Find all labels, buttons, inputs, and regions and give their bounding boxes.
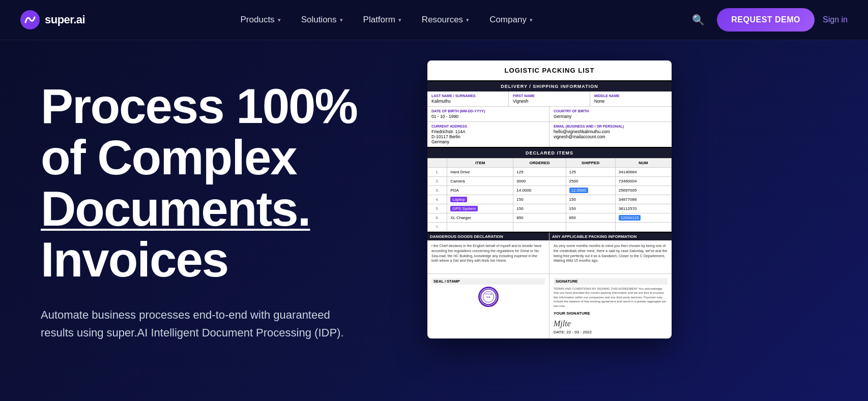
- item-shipped: 125: [566, 168, 615, 177]
- table-row: 7.: [428, 223, 672, 232]
- doc-dangerous-label: DANGEROUS GOODS DECLARATION: [427, 233, 549, 240]
- doc-email-value1: hello@vigneshkalimuthu.com: [554, 129, 668, 134]
- solutions-label: Solutions: [301, 15, 337, 25]
- item-shipped: 850: [566, 213, 615, 223]
- document-preview: LOGISTIC PACKING LIST DELIVERY / SHIPPIN…: [427, 60, 672, 338]
- doc-lastname-field: LAST NAME / SURNAMES Kalimuthu: [427, 91, 509, 106]
- item-num: 3.: [428, 186, 447, 195]
- item-num: 6.: [428, 213, 447, 223]
- doc-bottom-grid: DANGEROUS GOODS DECLARATION I the Chief …: [427, 232, 672, 273]
- seal-stamp: OFFICIAL SEAL: [478, 287, 499, 307]
- doc-dob-label: DATE OF BIRTH (MM-DD-YYYY): [431, 109, 545, 113]
- doc-email-value2: vignesh@mailaccount.com: [554, 134, 668, 139]
- doc-lastname-label: LAST NAME / SURNAMES: [431, 94, 504, 98]
- doc-seal-label: SEAL / STAMP: [431, 278, 545, 285]
- doc-address-row: CURRENT ADDRESS Friedrichstr. 114A D-101…: [427, 122, 672, 148]
- hero-right: LOGISTIC PACKING LIST DELIVERY / SHIPPIN…: [427, 60, 682, 338]
- item-id: 36112570: [615, 204, 671, 213]
- search-button[interactable]: 🔍: [688, 10, 709, 30]
- nav-right: 🔍 REQUEST DEMO Sign in: [688, 8, 848, 32]
- item-ordered: 150: [513, 204, 566, 213]
- doc-country-field: COUNTRY OF BIRTH Germany: [549, 107, 672, 121]
- request-demo-button[interactable]: REQUEST DEMO: [717, 8, 815, 32]
- your-signature-label: YOUR SIGNATURE: [554, 311, 668, 316]
- platform-label: Platform: [363, 15, 395, 25]
- hero-title-line1: Process 100%: [41, 81, 397, 132]
- signin-link[interactable]: Sign in: [823, 15, 848, 24]
- item-num: 7.: [428, 223, 447, 232]
- item-ordered: 150: [513, 195, 566, 204]
- item-ordered: 3000: [513, 177, 566, 186]
- hero-subtitle: Automate business processes end-to-end w…: [41, 306, 356, 342]
- item-name: Laptop: [447, 195, 513, 204]
- doc-col-num: [428, 159, 447, 168]
- doc-country-label: COUNTRY OF BIRTH: [554, 109, 668, 113]
- item-id: 25697005: [615, 186, 671, 195]
- resources-chevron-icon: ▾: [466, 17, 469, 23]
- signature-graphic: Mjlte: [554, 320, 668, 328]
- doc-dob-field: DATE OF BIRTH (MM-DD-YYYY) 01 - 10 - 199…: [427, 107, 549, 121]
- table-row: 3.PDA14.000012.000025697005: [428, 186, 672, 195]
- svg-text:SEAL: SEAL: [486, 296, 490, 298]
- item-name: Hard Drive: [447, 168, 513, 177]
- hero-title-line4: Invoices: [41, 234, 397, 286]
- item-shipped: 12.0000: [566, 186, 615, 195]
- nav-item-solutions[interactable]: Solutions ▾: [293, 11, 351, 29]
- item-name: PDA: [447, 186, 513, 195]
- doc-packing-cell: ANY APPLICABLE PACKING INFORMATION As ve…: [549, 233, 672, 273]
- item-name: GPS System: [447, 204, 513, 213]
- hero-title-line2: of Complex: [41, 132, 397, 183]
- item-name: Camera: [447, 177, 513, 186]
- hero-title-line3: Documents.: [41, 183, 397, 235]
- doc-firstname-value: Vignesh: [513, 99, 586, 104]
- item-id: [615, 223, 671, 232]
- doc-col-ordered: ORDERED: [513, 159, 566, 168]
- doc-signature-label: SIGNATURE: [554, 278, 668, 285]
- doc-dob-row: DATE OF BIRTH (MM-DD-YYYY) 01 - 10 - 199…: [427, 107, 672, 122]
- item-ordered: 125: [513, 168, 566, 177]
- doc-col-id: NUM: [615, 159, 671, 168]
- item-id: 34140684: [615, 168, 671, 177]
- doc-date-label: DATE: [554, 330, 564, 334]
- doc-dangerous-text: I the Chief declares in the English beha…: [431, 243, 545, 263]
- item-id: 12004115: [615, 213, 671, 223]
- logo[interactable]: super.ai: [20, 10, 85, 29]
- table-row: 1.Hard Drive12512534140684: [428, 168, 672, 177]
- doc-country-value: Germany: [554, 114, 668, 119]
- doc-packing-label: ANY APPLICABLE PACKING INFORMATION: [549, 233, 672, 240]
- doc-col-item: ITEM: [447, 159, 513, 168]
- doc-middlename-field: MIDDLE NAME None: [590, 91, 672, 106]
- item-ordered: 14.0000: [513, 186, 566, 195]
- doc-items-header: DECLARED ITEMS: [427, 148, 672, 158]
- hero-left: Process 100% of Complex Documents. Invoi…: [41, 71, 397, 342]
- item-ordered: 850: [513, 213, 566, 223]
- nav-item-resources[interactable]: Resources ▾: [414, 11, 477, 29]
- platform-chevron-icon: ▾: [398, 17, 401, 23]
- doc-dob-value: 01 - 10 - 1990: [431, 114, 545, 119]
- nav-links: Products ▾ Solutions ▾ Platform ▾ Resour…: [233, 11, 541, 29]
- company-label: Company: [489, 15, 527, 25]
- item-shipped: 2500: [566, 177, 615, 186]
- solutions-chevron-icon: ▾: [340, 17, 343, 23]
- doc-date: DATE: 22 - 03 - 2022: [554, 330, 668, 334]
- navbar: super.ai Products ▾ Solutions ▾ Platform…: [0, 0, 868, 40]
- resources-label: Resources: [422, 15, 463, 25]
- hero-section: Process 100% of Complex Documents. Invoi…: [0, 40, 868, 401]
- item-num: 5.: [428, 204, 447, 213]
- doc-terms-text: TERMS AND CONDITIONS BY SIGNING THIS AGR…: [554, 287, 668, 308]
- nav-item-products[interactable]: Products ▾: [233, 11, 289, 29]
- item-name: XL Charger: [447, 213, 513, 223]
- company-chevron-icon: ▾: [530, 17, 533, 23]
- products-chevron-icon: ▾: [278, 17, 281, 23]
- doc-email-label: EMAIL (BUSINESS AND / OR PERSONAL): [554, 125, 668, 128]
- item-num: 2.: [428, 177, 447, 186]
- table-row: 5.GPS System15015036112570: [428, 204, 672, 213]
- doc-dangerous-cell: DANGEROUS GOODS DECLARATION I the Chief …: [427, 233, 549, 273]
- doc-col-shipped: SHIPPED: [566, 159, 615, 168]
- nav-item-company[interactable]: Company ▾: [481, 11, 541, 29]
- hero-title: Process 100% of Complex Documents. Invoi…: [41, 81, 397, 286]
- item-num: 1.: [428, 168, 447, 177]
- table-row: 4.Laptop15015034877086: [428, 195, 672, 204]
- nav-item-platform[interactable]: Platform ▾: [355, 11, 410, 29]
- doc-date-value: 22 - 03 - 2022: [566, 330, 592, 334]
